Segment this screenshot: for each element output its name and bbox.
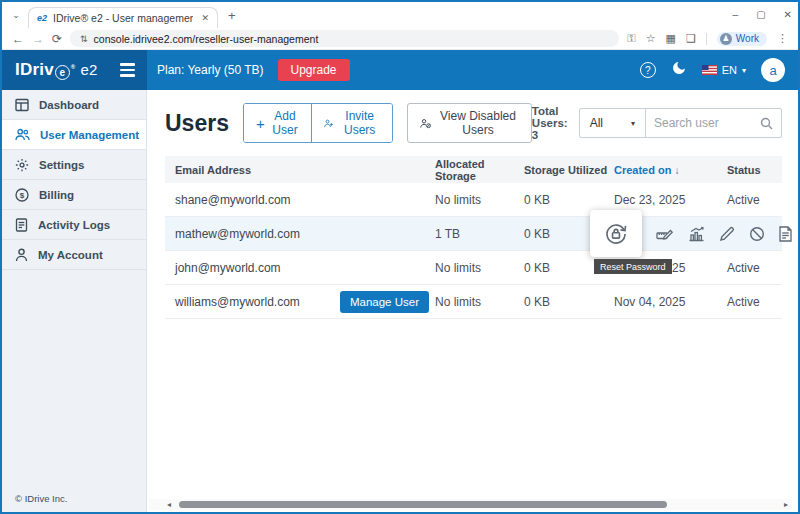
invite-users-label: Invite Users bbox=[339, 109, 380, 137]
usage-stats-button[interactable] bbox=[688, 226, 705, 242]
scroll-left-icon[interactable]: ◂ bbox=[167, 500, 171, 509]
storage-utilized-value: 0 KB bbox=[524, 295, 614, 309]
view-disabled-label: View Disabled Users bbox=[437, 109, 519, 137]
address-bar[interactable]: ⇅ console.idrivee2.com/reseller-user-man… bbox=[70, 30, 619, 47]
main-content: Users + Add User Invite Users View Disab… bbox=[147, 90, 798, 512]
invite-users-button[interactable]: Invite Users bbox=[311, 104, 392, 142]
total-users-count: Total Users: 3 bbox=[532, 105, 568, 141]
profile-avatar-icon: ♟ bbox=[720, 33, 732, 45]
idrive-e2-logo: IDrive®e2 bbox=[15, 60, 98, 80]
language-selector[interactable]: EN ▾ bbox=[702, 64, 746, 76]
extensions-icon[interactable]: ❑ bbox=[686, 32, 696, 45]
table-row[interactable]: shane@myworld.com No limits 0 KB Dec 23,… bbox=[165, 183, 782, 217]
toolbar-divider bbox=[706, 33, 707, 45]
sidebar-item-label: Settings bbox=[39, 159, 84, 171]
tab-search-icon[interactable]: ⌄ bbox=[8, 7, 24, 23]
search-box bbox=[646, 109, 781, 137]
col-email-address[interactable]: Email Address bbox=[165, 164, 435, 176]
table-row-hovered[interactable]: mathew@myworld.com 1 TB 0 KB Reset Passw… bbox=[165, 217, 782, 251]
side-panel-icon[interactable]: ▦ bbox=[666, 32, 676, 45]
manage-user-button[interactable]: Manage User bbox=[340, 291, 429, 313]
logo-text: IDriv bbox=[15, 60, 54, 80]
forward-icon[interactable]: → bbox=[32, 32, 44, 46]
browser-menu-icon[interactable]: ⋮ bbox=[777, 32, 788, 45]
tab-strip: ⌄ e2 IDrive® e2 - User management ✕ + – … bbox=[2, 2, 798, 28]
disable-icon bbox=[749, 226, 765, 242]
reload-icon[interactable]: ⟳ bbox=[52, 32, 62, 46]
user-email: williams@myworld.com bbox=[175, 295, 300, 309]
bar-chart-icon bbox=[688, 226, 705, 242]
menu-hamburger-icon[interactable] bbox=[120, 63, 135, 77]
back-icon[interactable]: ← bbox=[12, 32, 24, 46]
sidebar-item-billing[interactable]: $ Billing bbox=[2, 180, 146, 210]
site-info-icon[interactable]: ⇅ bbox=[80, 34, 87, 44]
sidebar-item-user-management[interactable]: User Management bbox=[2, 120, 146, 150]
sidebar-item-my-account[interactable]: My Account bbox=[2, 240, 146, 270]
reset-password-tooltip: Reset Password bbox=[594, 259, 672, 274]
col-status[interactable]: Status bbox=[727, 164, 782, 176]
status-value: Active bbox=[727, 261, 782, 275]
user-logs-button[interactable] bbox=[779, 226, 792, 242]
document-icon bbox=[15, 218, 28, 232]
language-label: EN bbox=[722, 64, 737, 76]
person-disabled-icon bbox=[420, 117, 431, 130]
user-email: mathew@myworld.com bbox=[165, 227, 435, 241]
profile-chip[interactable]: ♟ Work bbox=[717, 32, 767, 46]
dollar-circle-icon: $ bbox=[15, 188, 29, 202]
sidebar: Dashboard User Management Settings $ Bil… bbox=[2, 90, 147, 512]
tab-title: IDrive® e2 - User management bbox=[53, 12, 193, 24]
disable-user-button[interactable] bbox=[749, 226, 765, 242]
page-title: Users bbox=[165, 110, 229, 137]
app-header: IDrive®e2 Plan: Yearly (50 TB) Upgrade ?… bbox=[2, 50, 798, 90]
allocated-storage-value: 1 TB bbox=[435, 227, 524, 241]
new-tab-button[interactable]: + bbox=[228, 8, 236, 23]
table-row[interactable]: john@myworld.com No limits 0 KB Dec 23, … bbox=[165, 251, 782, 285]
file-icon bbox=[779, 226, 792, 242]
password-key-icon[interactable]: ⚿ bbox=[627, 32, 635, 45]
horizontal-scrollbar[interactable]: ◂ ▸ bbox=[149, 499, 792, 510]
edit-storage-button[interactable] bbox=[656, 226, 674, 242]
plus-icon: + bbox=[256, 115, 265, 132]
edit-user-button[interactable] bbox=[719, 226, 735, 242]
sidebar-item-activity-logs[interactable]: Activity Logs bbox=[2, 210, 146, 240]
view-disabled-users-button[interactable]: View Disabled Users bbox=[407, 103, 532, 143]
sort-desc-icon: ↓ bbox=[674, 165, 679, 176]
search-icon[interactable] bbox=[760, 117, 773, 130]
status-value: Active bbox=[727, 193, 782, 207]
gear-icon bbox=[15, 158, 29, 172]
tab-close-icon[interactable]: ✕ bbox=[201, 13, 209, 23]
help-icon[interactable]: ? bbox=[640, 62, 656, 78]
sidebar-item-dashboard[interactable]: Dashboard bbox=[2, 90, 146, 120]
sidebar-item-label: Billing bbox=[39, 189, 74, 201]
col-storage-utilized[interactable]: Storage Utilized bbox=[524, 164, 614, 176]
add-user-label: Add User bbox=[271, 109, 300, 137]
search-input[interactable] bbox=[654, 116, 754, 130]
window-maximize-button[interactable]: ▢ bbox=[756, 9, 765, 20]
scroll-right-icon[interactable]: ▸ bbox=[784, 500, 788, 509]
url-text: console.idrivee2.com/reseller-user-manag… bbox=[94, 33, 319, 45]
scrollbar-thumb[interactable] bbox=[179, 501, 667, 508]
window-minimize-button[interactable]: – bbox=[733, 9, 739, 20]
table-header: Email Address Allocated Storage Storage … bbox=[165, 156, 782, 183]
reset-password-button[interactable]: Reset Password bbox=[590, 210, 642, 257]
account-avatar[interactable]: a bbox=[761, 58, 785, 82]
created-on-value: Dec 23, 2025 bbox=[614, 193, 727, 207]
table-row[interactable]: williams@myworld.com Manage User No limi… bbox=[165, 285, 782, 319]
window-close-button[interactable]: ✕ bbox=[784, 9, 792, 20]
col-allocated-storage[interactable]: Allocated Storage bbox=[435, 158, 524, 182]
brand-band: IDrive®e2 bbox=[2, 50, 147, 90]
created-on-label: Created on bbox=[614, 164, 671, 176]
user-filter-dropdown[interactable]: All ▾ bbox=[580, 109, 646, 137]
users-table: Email Address Allocated Storage Storage … bbox=[165, 156, 782, 319]
filter-caret-icon: ▾ bbox=[631, 119, 635, 128]
browser-tab[interactable]: e2 IDrive® e2 - User management ✕ bbox=[28, 7, 218, 28]
sidebar-item-label: Dashboard bbox=[39, 99, 99, 111]
reset-password-icon bbox=[603, 221, 629, 247]
edit-storage-icon bbox=[656, 226, 674, 242]
dark-mode-moon-icon[interactable] bbox=[671, 60, 687, 80]
add-user-button[interactable]: + Add User bbox=[244, 104, 311, 142]
col-created-on[interactable]: Created on↓ bbox=[614, 164, 727, 176]
upgrade-button[interactable]: Upgrade bbox=[278, 59, 350, 81]
bookmark-star-icon[interactable]: ☆ bbox=[646, 32, 656, 45]
sidebar-item-settings[interactable]: Settings bbox=[2, 150, 146, 180]
